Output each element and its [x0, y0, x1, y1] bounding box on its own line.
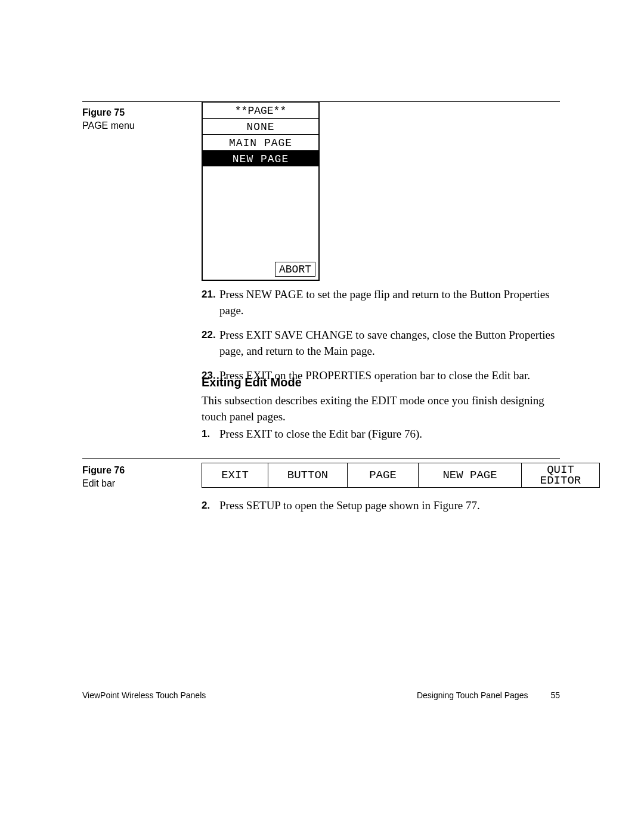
section-heading-exiting-edit-mode: Exiting Edit Mode	[202, 376, 302, 389]
step-number: 2.	[202, 497, 219, 513]
page-menu-abort-wrap: ABORT	[203, 261, 318, 280]
step-text: Press SETUP to open the Setup page shown…	[219, 497, 560, 513]
edit-bar-exit-button[interactable]: EXIT	[202, 463, 268, 487]
figure-76-caption: Figure 76 Edit bar	[82, 464, 190, 490]
section-intro: This subsection describes exiting the ED…	[202, 392, 560, 425]
edit-bar-quit-editor-button[interactable]: QUIT EDITOR	[522, 463, 599, 487]
figure-75-caption: Figure 75 PAGE menu	[82, 106, 190, 132]
edit-bar-quit-line2: EDITOR	[540, 475, 581, 486]
figure-76-edit-bar: EXIT BUTTON PAGE NEW PAGE QUIT EDITOR	[202, 463, 600, 488]
step-2: 2. Press SETUP to open the Setup page sh…	[202, 497, 560, 513]
page-menu-title: **PAGE**	[203, 103, 318, 119]
step-text: Press EXIT SAVE CHANGE to save changes, …	[219, 327, 560, 359]
step-text: Press EXIT to close the Edit bar (Figure…	[219, 426, 560, 442]
figure-76-label: Figure 76	[82, 464, 190, 477]
step-number: 21.	[202, 286, 219, 318]
edit-bar-button-button[interactable]: BUTTON	[268, 463, 348, 487]
edit-bar-page-button[interactable]: PAGE	[348, 463, 419, 487]
footer-left: ViewPoint Wireless Touch Panels	[82, 690, 206, 700]
step-1-group: 1. Press EXIT to close the Edit bar (Fig…	[202, 426, 560, 450]
rule-above-figure-76	[82, 458, 560, 459]
step-number: 1.	[202, 426, 219, 442]
step-number: 22.	[202, 327, 219, 359]
footer-page-number: 55	[550, 690, 560, 700]
page-menu-empty-area	[203, 166, 318, 261]
step-21: 21. Press NEW PAGE to set the page flip …	[202, 286, 560, 318]
page-menu-item-main-page[interactable]: MAIN PAGE	[203, 135, 318, 151]
figure-75-page-menu: **PAGE** NONE MAIN PAGE NEW PAGE ABORT	[202, 101, 320, 281]
figure-75-label: Figure 75	[82, 106, 190, 119]
page-menu-item-none[interactable]: NONE	[203, 119, 318, 135]
step-22: 22. Press EXIT SAVE CHANGE to save chang…	[202, 327, 560, 359]
page-footer: ViewPoint Wireless Touch Panels Designin…	[82, 690, 560, 700]
abort-button[interactable]: ABORT	[275, 262, 315, 277]
figure-76-description: Edit bar	[82, 477, 190, 490]
step-text: Press NEW PAGE to set the page flip and …	[219, 286, 560, 318]
edit-bar-new-page-button[interactable]: NEW PAGE	[419, 463, 522, 487]
footer-section-title: Designing Touch Panel Pages	[417, 690, 528, 700]
figure-75-description: PAGE menu	[82, 119, 190, 132]
rule-above-figure-75	[82, 101, 560, 102]
step-2-group: 2. Press SETUP to open the Setup page sh…	[202, 497, 560, 522]
page-menu-item-new-page[interactable]: NEW PAGE	[203, 151, 318, 166]
step-1: 1. Press EXIT to close the Edit bar (Fig…	[202, 426, 560, 442]
